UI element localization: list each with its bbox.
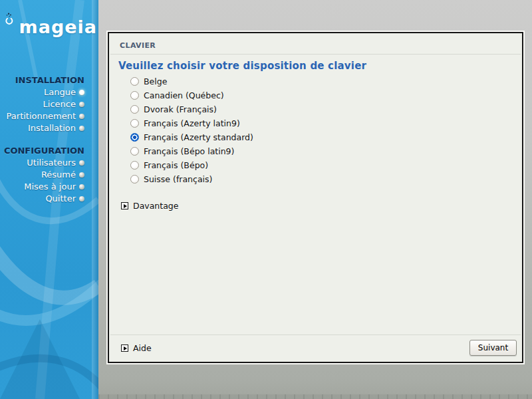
radio-icon[interactable] [130, 133, 139, 142]
radio-icon[interactable] [130, 105, 139, 114]
step-dot [79, 114, 84, 119]
installer-steps-nav: INSTALLATION Langue Licence Partitionnem… [0, 74, 98, 205]
radio-icon[interactable] [130, 119, 139, 128]
step-dot [79, 126, 84, 131]
sidebar-item-quitter[interactable]: Quitter [0, 193, 98, 205]
nav-section-configuration: CONFIGURATION [0, 145, 98, 157]
main-background: CLAVIER Veuillez choisir votre dispositi… [98, 0, 532, 399]
nav-section-installation: INSTALLATION [0, 74, 98, 86]
sidebar-item-licence[interactable]: Licence [0, 98, 98, 110]
radio-option-suisse-francais[interactable]: Suisse (français) [130, 172, 522, 186]
panel-header: CLAVIER [110, 33, 521, 55]
sidebar-item-partitionnement[interactable]: Partitionnement [0, 110, 98, 122]
expander-arrow-icon[interactable] [121, 344, 128, 352]
keyboard-layout-list: Belge Canadien (Québec) Dvorak (Français… [130, 74, 522, 186]
more-expander[interactable]: Davantage [121, 201, 522, 211]
logo-wordmark: mageia [19, 18, 97, 36]
radio-icon[interactable] [130, 147, 139, 156]
page-heading: Veuillez choisir votre disposition de cl… [118, 60, 514, 72]
panel-footer: Aide Suivant [110, 334, 521, 362]
help-expander[interactable]: Aide [121, 343, 152, 353]
radio-option-francais-azerty-standard[interactable]: Français (Azerty standard) [130, 130, 522, 144]
radio-option-dvorak-francais[interactable]: Dvorak (Français) [130, 102, 522, 116]
step-dot [79, 196, 84, 201]
sidebar-item-mises-a-jour[interactable]: Mises à jour [0, 181, 98, 193]
next-button-label: Suivant [478, 343, 508, 352]
sidebar-item-langue[interactable]: Langue [0, 86, 98, 98]
sidebar-item-resume[interactable]: Résumé [0, 169, 98, 181]
radio-icon[interactable] [130, 161, 139, 170]
expander-arrow-icon[interactable] [121, 202, 128, 209]
step-dot [79, 172, 84, 178]
sidebar-item-utilisateurs[interactable]: Utilisateurs [0, 157, 98, 169]
logo-cauldron-icon [4, 3, 15, 36]
radio-option-belge[interactable]: Belge [130, 74, 522, 88]
step-dot [79, 90, 84, 95]
sidebar-item-installation[interactable]: Installation [0, 122, 98, 134]
radio-option-francais-bepo[interactable]: Français (Bépo) [130, 158, 522, 172]
radio-option-francais-azerty-latin9[interactable]: Français (Azerty latin9) [130, 116, 522, 130]
next-button[interactable]: Suivant [469, 340, 517, 356]
step-dot [79, 102, 84, 107]
content-panel: CLAVIER Veuillez choisir votre dispositi… [108, 32, 523, 363]
panel-step-title: CLAVIER [120, 41, 156, 50]
installer-sidebar: mageia INSTALLATION Langue Licence Parti… [0, 0, 98, 399]
radio-option-francais-bepo-latin9[interactable]: Français (Bépo latin9) [130, 144, 522, 158]
mageia-logo: mageia [4, 3, 97, 40]
step-dot [79, 184, 84, 190]
radio-option-canadien-quebec[interactable]: Canadien (Québec) [130, 88, 522, 102]
radio-icon[interactable] [130, 77, 139, 86]
radio-icon[interactable] [130, 175, 139, 184]
radio-icon[interactable] [130, 91, 139, 100]
step-dot [79, 160, 84, 166]
